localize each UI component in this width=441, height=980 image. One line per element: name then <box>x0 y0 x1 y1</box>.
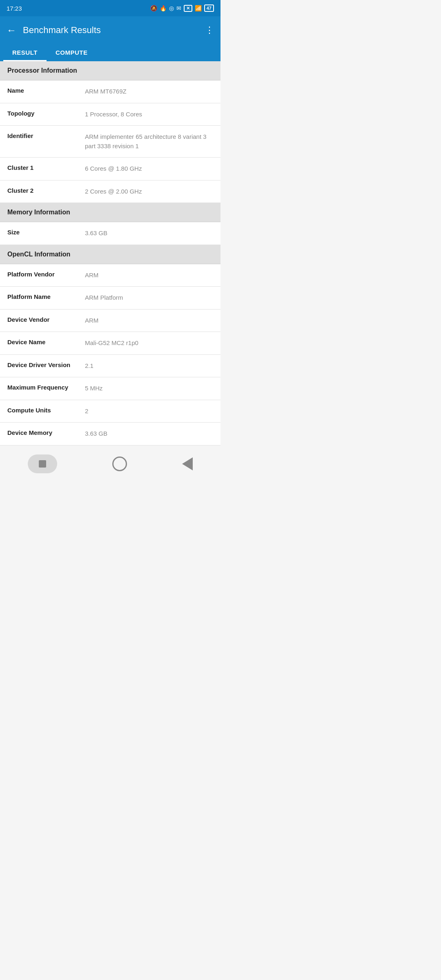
table-row: Device Driver Version 2.1 <box>0 355 220 378</box>
home-button[interactable] <box>112 457 127 471</box>
row-label: Name <box>7 87 85 94</box>
tab-result[interactable]: RESULT <box>3 44 47 61</box>
processor-section-header: Processor Information <box>0 61 220 80</box>
table-row: Compute Units 2 <box>0 400 220 423</box>
app-header: ← Benchmark Results ⋮ <box>0 16 220 44</box>
row-value: 2 <box>85 407 213 416</box>
row-value: 2 Cores @ 2.00 GHz <box>85 187 213 196</box>
battery-indicator: 47 <box>204 4 214 12</box>
row-value: 3.63 GB <box>85 229 213 238</box>
row-label: Platform Name <box>7 293 85 300</box>
row-label: Device Name <box>7 339 85 345</box>
row-label: Cluster 1 <box>7 164 85 171</box>
table-row: Cluster 2 2 Cores @ 2.00 GHz <box>0 180 220 203</box>
table-row: Cluster 1 6 Cores @ 1.80 GHz <box>0 158 220 180</box>
table-row: Name ARM MT6769Z <box>0 80 220 103</box>
row-label: Topology <box>7 110 85 117</box>
tab-compute[interactable]: COMPUTE <box>47 44 97 61</box>
main-content: Processor Information Name ARM MT6769Z T… <box>0 61 220 445</box>
row-value: 5 MHz <box>85 384 213 393</box>
table-row: Size 3.63 GB <box>0 222 220 245</box>
row-label: Maximum Frequency <box>7 384 85 391</box>
fire-icon: 🔥 <box>160 5 167 11</box>
row-value: 1 Processor, 8 Cores <box>85 110 213 119</box>
row-label: Compute Units <box>7 407 85 414</box>
row-label: Device Driver Version <box>7 361 85 368</box>
back-nav-button[interactable] <box>182 457 193 470</box>
row-label: Platform Vendor <box>7 271 85 278</box>
wifi-icon: 📶 <box>195 5 202 11</box>
table-row: Maximum Frequency 5 MHz <box>0 377 220 400</box>
table-row: Platform Vendor ARM <box>0 264 220 287</box>
status-time: 17:23 <box>7 5 22 12</box>
table-row: Device Name Mali-G52 MC2 r1p0 <box>0 332 220 355</box>
row-label: Size <box>7 229 85 236</box>
x-icon: ✕ <box>184 5 192 12</box>
recent-apps-button[interactable] <box>28 454 57 473</box>
row-value: ARM implementer 65 architecture 8 varian… <box>85 132 213 151</box>
table-row: Device Vendor ARM <box>0 310 220 332</box>
recent-apps-icon <box>28 454 57 473</box>
table-row: Topology 1 Processor, 8 Cores <box>0 103 220 126</box>
row-value: ARM <box>85 316 213 325</box>
row-value: 3.63 GB <box>85 429 213 439</box>
row-label: Device Memory <box>7 429 85 436</box>
home-icon <box>112 457 127 471</box>
row-value: 2.1 <box>85 361 213 371</box>
status-icons: 🔕 🔥 ◎ ✉ ✕ 📶 47 <box>150 4 214 12</box>
row-value: ARM Platform <box>85 293 213 303</box>
mute-icon: 🔕 <box>150 5 157 11</box>
row-value: Mali-G52 MC2 r1p0 <box>85 339 213 348</box>
table-row: Platform Name ARM Platform <box>0 287 220 310</box>
back-icon <box>182 457 193 470</box>
row-label: Cluster 2 <box>7 187 85 194</box>
navigation-bar <box>0 449 220 481</box>
opencl-section-header: OpenCL Information <box>0 245 220 264</box>
status-bar: 17:23 🔕 🔥 ◎ ✉ ✕ 📶 47 <box>0 0 220 16</box>
table-row: Identifier ARM implementer 65 architectu… <box>0 126 220 158</box>
row-label: Device Vendor <box>7 316 85 323</box>
page-title: Benchmark Results <box>23 25 205 36</box>
row-label: Identifier <box>7 132 85 139</box>
tab-bar: RESULT COMPUTE <box>0 44 220 61</box>
memory-section-header: Memory Information <box>0 203 220 222</box>
row-value: ARM <box>85 271 213 280</box>
location-icon: ◎ <box>169 5 174 11</box>
more-options-button[interactable]: ⋮ <box>205 25 214 36</box>
table-row: Device Memory 3.63 GB <box>0 423 220 445</box>
mail-icon: ✉ <box>176 5 181 11</box>
row-value: ARM MT6769Z <box>85 87 213 96</box>
row-value: 6 Cores @ 1.80 GHz <box>85 164 213 174</box>
back-button[interactable]: ← <box>7 24 16 36</box>
